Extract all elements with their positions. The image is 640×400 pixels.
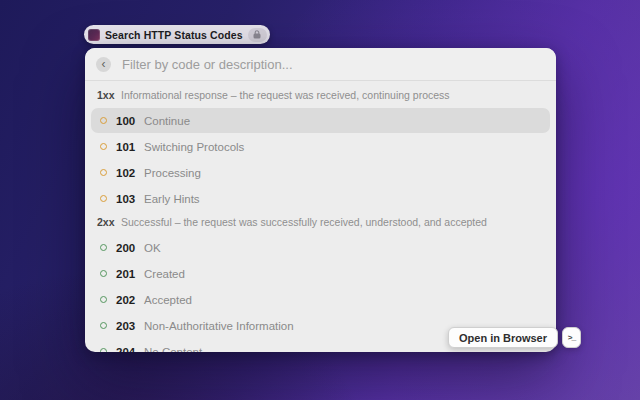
desktop-background: Search HTTP Status Codes ‹ 1xxInformatio… bbox=[0, 0, 640, 400]
section-header-1xx: 1xxInformational response – the request … bbox=[91, 85, 550, 105]
section-code: 2xx bbox=[97, 216, 121, 228]
command-title-pill[interactable]: Search HTTP Status Codes bbox=[84, 25, 270, 44]
open-in-browser-button[interactable]: Open in Browser bbox=[448, 327, 558, 348]
status-row-103[interactable]: 103Early Hints bbox=[91, 186, 550, 211]
back-button[interactable]: ‹ bbox=[96, 57, 111, 72]
status-code: 204 bbox=[116, 346, 141, 353]
status-code: 200 bbox=[116, 242, 141, 254]
status-title: Early Hints bbox=[144, 193, 200, 205]
status-circle-icon bbox=[100, 322, 107, 329]
status-row-101[interactable]: 101Switching Protocols bbox=[91, 134, 550, 159]
status-circle-icon bbox=[100, 117, 107, 124]
status-title: OK bbox=[144, 242, 161, 254]
search-input[interactable] bbox=[120, 56, 545, 73]
status-code-list: 1xxInformational response – the request … bbox=[85, 81, 556, 352]
status-code: 201 bbox=[116, 268, 141, 280]
status-title: Accepted bbox=[144, 294, 192, 306]
status-circle-icon bbox=[100, 143, 107, 150]
status-circle-icon bbox=[100, 348, 107, 352]
extension-icon bbox=[88, 29, 100, 41]
status-row-202[interactable]: 202Accepted bbox=[91, 287, 550, 312]
status-title: No Content bbox=[144, 346, 202, 353]
status-row-102[interactable]: 102Processing bbox=[91, 160, 550, 185]
lock-icon bbox=[248, 28, 267, 42]
status-circle-icon bbox=[100, 169, 107, 176]
action-buttons: Open in Browser >_ bbox=[448, 327, 581, 348]
chevron-left-icon: ‹ bbox=[102, 58, 106, 70]
section-code: 1xx bbox=[97, 89, 121, 101]
status-circle-icon bbox=[100, 244, 107, 251]
section-description: Successful – the request was successfull… bbox=[121, 216, 487, 228]
command-window: ‹ 1xxInformational response – the reques… bbox=[85, 48, 556, 352]
terminal-prompt-icon: >_ bbox=[568, 333, 576, 342]
status-title: Non-Authoritative Information bbox=[144, 320, 294, 332]
section-header-2xx: 2xxSuccessful – the request was successf… bbox=[91, 212, 550, 232]
status-code: 202 bbox=[116, 294, 141, 306]
section-description: Informational response – the request was… bbox=[121, 89, 450, 101]
status-title: Continue bbox=[144, 115, 190, 127]
status-row-201[interactable]: 201Created bbox=[91, 261, 550, 286]
actions-terminal-button[interactable]: >_ bbox=[562, 327, 581, 348]
status-title: Processing bbox=[144, 167, 201, 179]
command-title: Search HTTP Status Codes bbox=[105, 29, 243, 41]
status-circle-icon bbox=[100, 296, 107, 303]
status-code: 101 bbox=[116, 141, 141, 153]
status-row-200[interactable]: 200OK bbox=[91, 235, 550, 260]
status-code: 103 bbox=[116, 193, 141, 205]
status-title: Created bbox=[144, 268, 185, 280]
search-bar: ‹ bbox=[85, 48, 556, 81]
status-circle-icon bbox=[100, 195, 107, 202]
status-code: 102 bbox=[116, 167, 141, 179]
status-circle-icon bbox=[100, 270, 107, 277]
status-title: Switching Protocols bbox=[144, 141, 244, 153]
status-row-100[interactable]: 100Continue bbox=[91, 108, 550, 133]
status-code: 203 bbox=[116, 320, 141, 332]
status-code: 100 bbox=[116, 115, 141, 127]
